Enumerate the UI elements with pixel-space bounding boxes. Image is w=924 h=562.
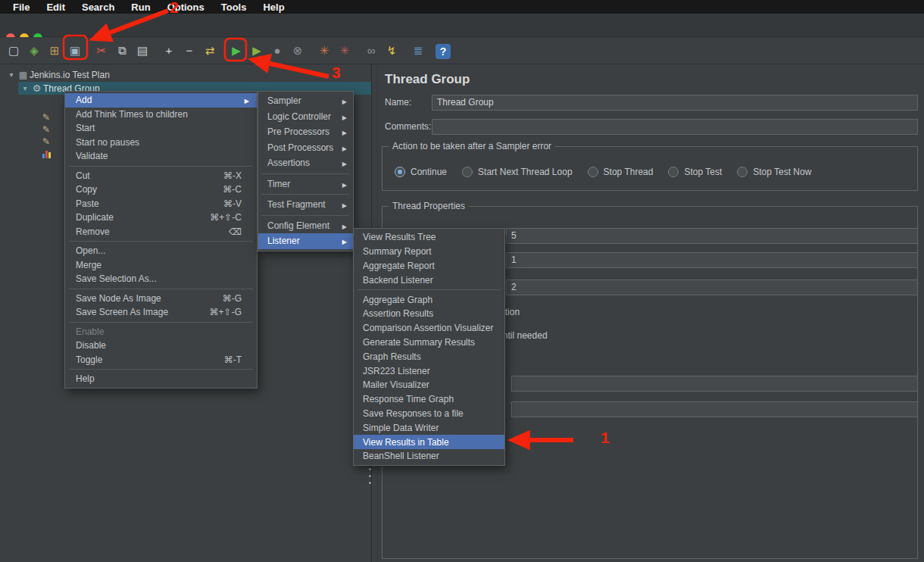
context-menu-item[interactable]: Open...	[65, 244, 257, 258]
radio-option[interactable]: Continue	[395, 167, 447, 177]
stop-icon[interactable]: ●	[268, 42, 286, 60]
comments-field[interactable]	[432, 119, 918, 135]
start-no-pauses-icon[interactable]: ▶	[248, 42, 266, 60]
paste-icon[interactable]: ▤	[133, 42, 151, 60]
context-menu-item[interactable]: Copy ⌘-C	[65, 183, 257, 197]
remote-shutdown-all-icon[interactable]: ✳	[336, 42, 354, 60]
add-submenu-item[interactable]	[258, 171, 353, 176]
listener-submenu-item[interactable]: Aggregate Report	[354, 259, 504, 273]
context-menu-item[interactable]: Disable	[65, 339, 257, 353]
context-menu-item[interactable]	[65, 286, 257, 292]
help-icon[interactable]: ?	[435, 44, 451, 59]
radio-option[interactable]: Stop Test Now	[737, 167, 811, 177]
listener-submenu-item[interactable]: Save Responses to a file	[354, 407, 504, 421]
menubar-item[interactable]: Help	[254, 2, 292, 13]
add-submenu-item[interactable]	[258, 192, 353, 197]
context-menu-item[interactable]: Start no pauses	[65, 136, 257, 150]
listener-submenu-item[interactable]: Summary Report	[354, 245, 504, 259]
listener-submenu-item[interactable]: Simple Data Writer	[354, 420, 504, 435]
context-menu-item[interactable]: Save Selection As...	[65, 272, 257, 286]
templates-icon[interactable]: ◈	[25, 42, 43, 60]
context-menu-item[interactable]: Start	[65, 121, 257, 136]
start-icon[interactable]: ▶	[227, 42, 245, 60]
radio-option[interactable]: Start Next Thread Loop	[462, 167, 573, 177]
ramp-up-period-field[interactable]: 1	[506, 252, 918, 268]
context-menu-item[interactable]: Save Screen As Image ⌘+⇧-G	[65, 305, 257, 320]
context-menu-item[interactable]: Validate	[65, 149, 257, 164]
listener-submenu-item[interactable]: JSR223 Listener	[354, 364, 504, 378]
open-file-icon[interactable]: ⊞	[45, 42, 64, 60]
cut-icon[interactable]: ✂	[92, 42, 111, 60]
listener-submenu-item[interactable]: Backend Listener	[354, 273, 504, 287]
add-submenu-item[interactable]	[258, 213, 353, 218]
context-menu-item[interactable]: Merge	[65, 258, 257, 273]
listener-submenu-item[interactable]: Comparison Assertion Visualizer	[354, 321, 504, 336]
divider-grip-icon[interactable]	[369, 468, 371, 484]
listener-submenu-item[interactable]: View Results Tree	[354, 230, 504, 245]
listener-submenu-item[interactable]: Mailer Visualizer	[354, 378, 504, 392]
tree-item-test-plan[interactable]: ▾ ▦ Jenkins.io Test Plan	[0, 68, 371, 81]
duration-field[interactable]	[511, 376, 918, 392]
function-helper-icon[interactable]: ≣	[409, 42, 427, 60]
number-of-threads-field[interactable]: 5	[506, 228, 918, 244]
context-menu-item[interactable]: Toggle ⌘-T	[65, 353, 257, 367]
listener-submenu-item[interactable]: Graph Results	[354, 349, 504, 364]
context-menu-item[interactable]: Save Node As Image ⌘-G	[65, 292, 257, 306]
search-icon[interactable]: ∞	[362, 42, 380, 60]
add-submenu-item[interactable]: Post Processors	[258, 140, 353, 156]
context-menu-item[interactable]: Paste ⌘-V	[65, 197, 257, 211]
collapse-handle-icon[interactable]: ▾	[20, 84, 30, 92]
menubar-item[interactable]: Tools	[213, 2, 255, 13]
add-submenu-item[interactable]: Test Fragment	[258, 197, 353, 213]
menubar-item[interactable]: Edit	[38, 2, 73, 13]
context-menu-item[interactable]: Remove ⌫	[65, 225, 257, 239]
toggle-icon[interactable]: ⇄	[201, 42, 219, 60]
add-submenu-item[interactable]: Logic Controller	[258, 109, 353, 125]
listener-submenu-item[interactable]: Aggregate Graph	[354, 292, 504, 307]
add-submenu-item[interactable]: Sampler	[258, 93, 353, 109]
context-menu-item[interactable]: Help	[65, 372, 257, 386]
context-menu-item[interactable]: Enable	[65, 325, 257, 339]
context-menu-item[interactable]	[65, 320, 257, 325]
remote-start-all-icon[interactable]: ✳	[315, 42, 333, 60]
save-icon[interactable]: ▣	[66, 42, 84, 60]
add-submenu-item[interactable]: Timer	[258, 176, 353, 192]
menubar-item[interactable]: Run	[123, 2, 158, 13]
menubar-item[interactable]: Options	[159, 2, 213, 13]
add-submenu-item[interactable]: Pre Processors	[258, 124, 353, 140]
tree-item-sampler[interactable]: ✎	[42, 123, 50, 136]
name-field[interactable]: Thread Group	[432, 95, 918, 111]
listener-submenu-item[interactable]: BeanShell Listener	[354, 449, 504, 464]
add-submenu-item[interactable]: Assertions	[258, 155, 353, 171]
expand-all-icon[interactable]: +	[160, 42, 178, 60]
listener-submenu-item[interactable]: View Results in Table	[354, 435, 504, 449]
listener-submenu-item[interactable]: Generate Summary Results	[354, 336, 504, 350]
context-menu-item[interactable]	[65, 164, 257, 169]
shutdown-icon[interactable]: ⊗	[289, 42, 307, 60]
tree-item-listener[interactable]	[42, 148, 51, 160]
search-reset-icon[interactable]: ↯	[382, 42, 401, 60]
collapse-handle-icon[interactable]: ▾	[6, 70, 17, 79]
collapse-all-icon[interactable]: −	[180, 42, 198, 60]
menubar-item[interactable]: Search	[73, 2, 123, 13]
tree-item-sampler[interactable]: ✎	[42, 136, 50, 148]
add-submenu-item[interactable]: Listener	[258, 233, 353, 249]
menubar-item[interactable]: File	[5, 2, 38, 13]
context-menu-item[interactable]: Add Think Times to children	[65, 108, 257, 122]
context-menu-item[interactable]: Cut ⌘-X	[65, 169, 257, 183]
new-plan-icon[interactable]: ▢	[5, 42, 23, 60]
context-menu-item[interactable]	[65, 367, 257, 372]
copy-icon[interactable]: ⧉	[113, 42, 131, 60]
listener-submenu-item[interactable]: Assertion Results	[354, 307, 504, 321]
listener-submenu-item[interactable]	[354, 287, 504, 292]
add-submenu-item[interactable]: Config Element	[258, 218, 353, 234]
context-menu-item[interactable]: Duplicate ⌘+⇧-C	[65, 211, 257, 225]
context-menu-item[interactable]	[65, 239, 257, 244]
loop-count-field[interactable]: 2	[506, 279, 918, 295]
radio-option[interactable]: Stop Thread	[588, 167, 654, 177]
context-menu-item[interactable]: Add	[65, 93, 257, 108]
listener-submenu-item[interactable]: Response Time Graph	[354, 392, 504, 407]
tree-item-sampler[interactable]: ✎	[42, 111, 50, 123]
radio-option[interactable]: Stop Test	[668, 167, 722, 177]
startup-delay-field[interactable]	[511, 401, 918, 417]
